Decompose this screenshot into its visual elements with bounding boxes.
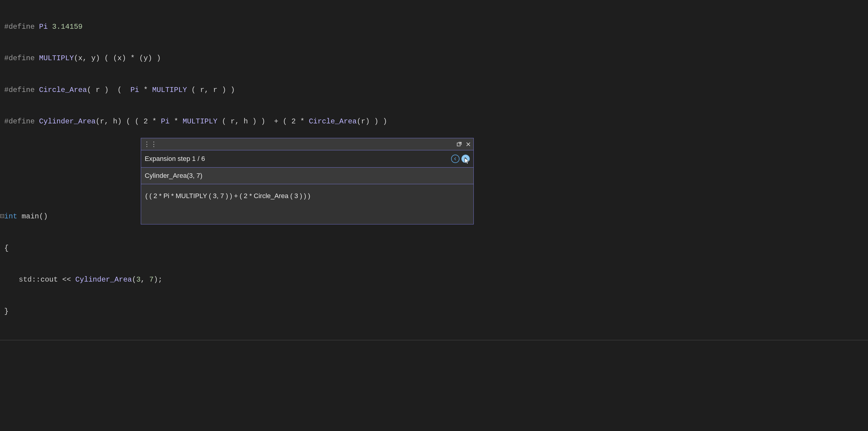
number-literal: 3.14159 (52, 22, 83, 32)
drag-grip-icon[interactable]: ⋮⋮ (143, 140, 157, 148)
code-line[interactable]: std::cout << Cylinder_Area(3, 7); (0, 275, 868, 285)
preprocessor-directive: #define (4, 116, 35, 127)
macro-call: Cylinder_Area (75, 275, 132, 285)
popout-icon[interactable] (456, 141, 463, 148)
macro-params: ( r ) (87, 85, 109, 95)
macro-ref: Circle_Area (309, 116, 356, 127)
macro-original: Cylinder_Area(3, 7) (141, 168, 473, 184)
macro-name: Circle_Area (39, 85, 87, 95)
code-line[interactable]: } (0, 307, 868, 317)
macro-expansion-popup: ⋮⋮ Expansion step 1 / 6 (141, 138, 474, 224)
macro-expansion-result: ( ( 2 * Pi * MULTIPLY ( 3, 7 ) ) + ( 2 *… (141, 184, 473, 224)
expansion-step-row: Expansion step 1 / 6 (141, 150, 473, 168)
code-line[interactable]: #define Pi 3.14159 (0, 22, 868, 32)
collapse-marker-icon[interactable]: ⊟ (0, 211, 4, 222)
brace: { (4, 243, 8, 254)
macro-name: Cylinder_Area (39, 116, 95, 127)
preprocessor-directive: #define (4, 85, 35, 95)
macro-params: (r, h) (95, 116, 121, 127)
expansion-step-label: Expansion step 1 / 6 (145, 155, 205, 163)
number-literal: 7 (149, 275, 153, 285)
macro-ref: Pi (130, 85, 139, 95)
keyword: int (4, 211, 17, 222)
close-icon[interactable] (465, 141, 472, 148)
number-literal: 3 (136, 275, 141, 285)
brace: } (4, 307, 8, 317)
macro-name: Pi (39, 22, 48, 32)
macro-params: (x, y) (74, 53, 100, 64)
next-step-button[interactable] (461, 154, 470, 163)
editor-divider (0, 340, 868, 340)
macro-name: MULTIPLY (39, 53, 74, 64)
code-line[interactable]: #define MULTIPLY(x, y) ( (x) * (y) ) (0, 53, 868, 64)
macro-ref: MULTIPLY (152, 85, 187, 95)
identifier: cout (40, 275, 58, 285)
code-line[interactable]: #define Circle_Area( r ) ( Pi * MULTIPLY… (0, 85, 868, 95)
prev-step-button[interactable] (451, 154, 460, 163)
macro-ref: MULTIPLY (183, 116, 218, 127)
macro-ref: Pi (161, 116, 170, 127)
preprocessor-directive: #define (4, 22, 35, 32)
code-line[interactable]: { (0, 243, 868, 254)
namespace: std (19, 275, 32, 285)
popup-titlebar[interactable]: ⋮⋮ (141, 138, 473, 150)
preprocessor-directive: #define (4, 53, 35, 64)
function-name: main (17, 211, 39, 222)
macro-body: ( (x) * (y) ) (104, 53, 161, 64)
code-line[interactable]: #define Cylinder_Area(r, h) ( ( 2 * Pi *… (0, 116, 868, 127)
